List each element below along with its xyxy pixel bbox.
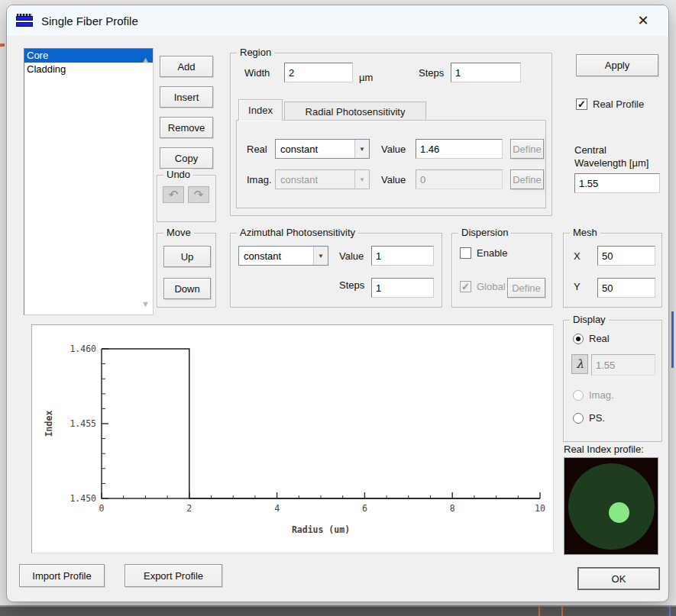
redo-icon[interactable]: ↷	[188, 186, 209, 203]
real-value-label: Value	[381, 144, 406, 155]
display-wavelength-input[interactable]: 1.55	[591, 354, 655, 376]
chevron-down-icon: ▼	[354, 170, 369, 189]
scroll-down-icon[interactable]: ▼	[141, 299, 150, 308]
background-ruler-tick	[669, 607, 671, 616]
width-input[interactable]: 2	[284, 63, 353, 82]
checkbox-box	[460, 247, 471, 259]
azimuthal-steps-label: Steps	[339, 279, 364, 291]
svg-text:4: 4	[274, 503, 280, 514]
tab-index[interactable]: Index	[238, 99, 283, 121]
checkbox-check-icon: ✓	[460, 281, 471, 292]
display-ps-radio[interactable]: PS.	[573, 412, 605, 424]
svg-text:Radius (um): Radius (um)	[292, 524, 350, 535]
display-imag-radio[interactable]: Imag.	[573, 389, 614, 401]
central-wavelength-label: Central	[574, 144, 606, 156]
insert-button[interactable]: Insert	[160, 86, 213, 108]
background-ruler-tick	[561, 607, 563, 616]
display-group-label: Display	[570, 314, 609, 326]
radio-icon	[573, 413, 584, 424]
mesh-x-label: X	[574, 250, 581, 262]
move-up-button[interactable]: Up	[163, 246, 211, 267]
lambda-icon[interactable]: λ	[571, 354, 588, 374]
import-profile-button[interactable]: Import Profile	[19, 564, 105, 587]
list-item[interactable]: Core	[24, 49, 153, 63]
export-profile-button[interactable]: Export Profile	[125, 564, 222, 587]
steps-input[interactable]: 1	[451, 63, 521, 82]
move-down-button[interactable]: Down	[163, 278, 211, 299]
svg-text:Index: Index	[44, 411, 54, 437]
real-define-button[interactable]: Define	[510, 139, 544, 159]
copy-button[interactable]: Copy	[160, 147, 213, 169]
real-index-mode-select[interactable]: constant ▼	[275, 139, 370, 159]
index-profile-preview	[564, 457, 658, 555]
add-button[interactable]: Add	[160, 56, 213, 77]
azimuthal-value-label: Value	[339, 250, 364, 262]
index-profile-chart: 02468101.4501.4551.460Radius (um)Index	[32, 325, 553, 553]
svg-text:1.455: 1.455	[70, 418, 96, 429]
azimuthal-group: Azimuthal Photosensitivity constant ▼ Va…	[230, 233, 442, 308]
real-value-input[interactable]: 1.46	[416, 139, 503, 159]
checkbox-check-icon: ✓	[576, 98, 587, 110]
width-label: Width	[244, 67, 270, 79]
svg-text:1.450: 1.450	[70, 493, 96, 504]
scroll-up-icon[interactable]: ▲	[141, 55, 150, 64]
core-dot	[609, 502, 629, 523]
window-title: Single Fiber Profile	[41, 15, 138, 27]
svg-text:2: 2	[186, 503, 192, 514]
imag-value-label: Value	[381, 174, 406, 185]
width-unit-label: µm	[359, 72, 373, 83]
app-icon	[16, 14, 34, 27]
apply-button[interactable]: Apply	[576, 54, 658, 76]
dispersion-define-button[interactable]: Define	[507, 278, 545, 298]
profile-chart-panel: 02468101.4501.4551.460Radius (um)Index	[31, 324, 554, 553]
display-real-radio[interactable]: Real	[573, 333, 610, 344]
svg-text:1.460: 1.460	[70, 343, 96, 354]
remove-button[interactable]: Remove	[160, 117, 213, 138]
mesh-group-label: Mesh	[570, 227, 600, 239]
mesh-y-label: Y	[574, 281, 581, 292]
close-icon[interactable]: ✕	[630, 10, 656, 31]
steps-label: Steps	[419, 67, 444, 79]
region-group: Region Width 2 µm Steps 1 Index Radial P…	[230, 53, 552, 216]
undo-group: Undo ↶ ↷	[157, 175, 216, 222]
central-wavelength-input[interactable]: 1.55	[574, 173, 660, 193]
dispersion-enable-checkbox[interactable]: Enable	[460, 247, 507, 259]
background-artifact	[0, 44, 5, 47]
dispersion-global-checkbox[interactable]: ✓ Global	[460, 281, 506, 292]
background-artifact	[671, 311, 674, 368]
move-group: Move Up Down	[157, 233, 216, 308]
background-ruler-tick	[539, 607, 540, 616]
titlebar: Single Fiber Profile ✕	[7, 5, 668, 36]
real-index-label: Real	[247, 144, 267, 155]
svg-text:10: 10	[535, 503, 545, 514]
svg-text:8: 8	[450, 503, 455, 514]
dispersion-group: Dispersion Enable ✓ Global Define	[451, 233, 552, 308]
radio-icon	[573, 334, 584, 344]
azimuthal-steps-input[interactable]: 1	[371, 278, 434, 298]
background-app-strip	[0, 605, 676, 616]
svg-text:6: 6	[362, 503, 367, 514]
mesh-y-input[interactable]: 50	[597, 278, 655, 298]
azimuthal-mode-select[interactable]: constant ▼	[238, 246, 328, 266]
imag-index-mode-select[interactable]: constant ▼	[275, 169, 370, 189]
display-group: Display Real λ 1.55 Imag. PS.	[563, 320, 662, 442]
layer-list[interactable]: Core Cladding ▲ ▼	[24, 48, 154, 315]
azimuthal-value-input[interactable]: 1	[371, 246, 434, 266]
ok-button[interactable]: OK	[577, 567, 660, 590]
region-group-label: Region	[237, 47, 274, 59]
preview-label: Real Index profile:	[564, 443, 644, 455]
tab-radial-photosensitivity[interactable]: Radial Photosensitivity	[284, 102, 426, 121]
index-tab-panel: Real constant ▼ Value 1.46 Define Imag. …	[236, 120, 546, 208]
mesh-x-input[interactable]: 50	[597, 246, 655, 266]
list-item[interactable]: Cladding	[24, 63, 153, 76]
mesh-group: Mesh X 50 Y 50	[563, 233, 662, 308]
real-profile-checkbox[interactable]: ✓ Real Profile	[576, 98, 644, 110]
move-group-label: Move	[163, 227, 194, 239]
radio-icon	[573, 390, 584, 401]
imag-define-button[interactable]: Define	[510, 169, 544, 189]
imag-index-label: Imag.	[247, 174, 272, 185]
dispersion-group-label: Dispersion	[458, 227, 511, 239]
undo-icon[interactable]: ↶	[163, 186, 184, 203]
undo-group-label: Undo	[163, 169, 193, 181]
imag-value-input[interactable]: 0	[416, 169, 503, 189]
